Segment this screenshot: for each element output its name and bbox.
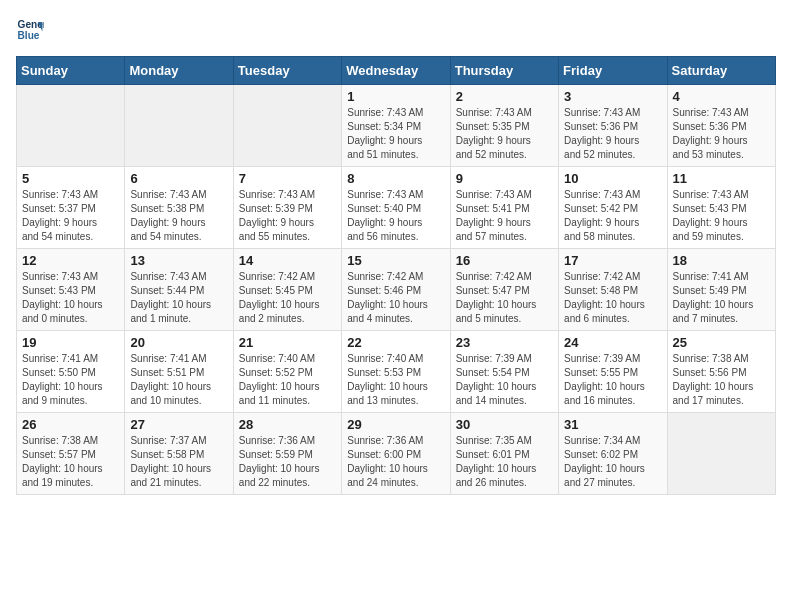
day-number: 11 xyxy=(673,171,770,186)
column-header-monday: Monday xyxy=(125,57,233,85)
day-number: 8 xyxy=(347,171,444,186)
day-detail: Sunrise: 7:41 AM Sunset: 5:49 PM Dayligh… xyxy=(673,270,770,326)
column-header-sunday: Sunday xyxy=(17,57,125,85)
day-cell: 6Sunrise: 7:43 AM Sunset: 5:38 PM Daylig… xyxy=(125,167,233,249)
day-number: 18 xyxy=(673,253,770,268)
day-number: 23 xyxy=(456,335,553,350)
day-cell: 2Sunrise: 7:43 AM Sunset: 5:35 PM Daylig… xyxy=(450,85,558,167)
week-row-2: 5Sunrise: 7:43 AM Sunset: 5:37 PM Daylig… xyxy=(17,167,776,249)
day-cell: 24Sunrise: 7:39 AM Sunset: 5:55 PM Dayli… xyxy=(559,331,667,413)
day-detail: Sunrise: 7:42 AM Sunset: 5:46 PM Dayligh… xyxy=(347,270,444,326)
day-number: 14 xyxy=(239,253,336,268)
day-cell: 20Sunrise: 7:41 AM Sunset: 5:51 PM Dayli… xyxy=(125,331,233,413)
logo: General Blue xyxy=(16,16,44,44)
week-row-5: 26Sunrise: 7:38 AM Sunset: 5:57 PM Dayli… xyxy=(17,413,776,495)
day-cell: 14Sunrise: 7:42 AM Sunset: 5:45 PM Dayli… xyxy=(233,249,341,331)
day-detail: Sunrise: 7:43 AM Sunset: 5:37 PM Dayligh… xyxy=(22,188,119,244)
day-cell: 29Sunrise: 7:36 AM Sunset: 6:00 PM Dayli… xyxy=(342,413,450,495)
day-detail: Sunrise: 7:38 AM Sunset: 5:57 PM Dayligh… xyxy=(22,434,119,490)
day-detail: Sunrise: 7:39 AM Sunset: 5:54 PM Dayligh… xyxy=(456,352,553,408)
day-cell: 17Sunrise: 7:42 AM Sunset: 5:48 PM Dayli… xyxy=(559,249,667,331)
day-cell: 12Sunrise: 7:43 AM Sunset: 5:43 PM Dayli… xyxy=(17,249,125,331)
day-detail: Sunrise: 7:43 AM Sunset: 5:36 PM Dayligh… xyxy=(564,106,661,162)
day-cell: 23Sunrise: 7:39 AM Sunset: 5:54 PM Dayli… xyxy=(450,331,558,413)
day-cell: 10Sunrise: 7:43 AM Sunset: 5:42 PM Dayli… xyxy=(559,167,667,249)
day-cell: 9Sunrise: 7:43 AM Sunset: 5:41 PM Daylig… xyxy=(450,167,558,249)
week-row-4: 19Sunrise: 7:41 AM Sunset: 5:50 PM Dayli… xyxy=(17,331,776,413)
day-detail: Sunrise: 7:41 AM Sunset: 5:51 PM Dayligh… xyxy=(130,352,227,408)
day-number: 3 xyxy=(564,89,661,104)
day-number: 20 xyxy=(130,335,227,350)
day-number: 4 xyxy=(673,89,770,104)
day-cell: 5Sunrise: 7:43 AM Sunset: 5:37 PM Daylig… xyxy=(17,167,125,249)
day-detail: Sunrise: 7:36 AM Sunset: 5:59 PM Dayligh… xyxy=(239,434,336,490)
day-detail: Sunrise: 7:42 AM Sunset: 5:45 PM Dayligh… xyxy=(239,270,336,326)
svg-text:Blue: Blue xyxy=(18,30,40,41)
page-header: General Blue xyxy=(16,16,776,44)
day-number: 30 xyxy=(456,417,553,432)
day-cell: 8Sunrise: 7:43 AM Sunset: 5:40 PM Daylig… xyxy=(342,167,450,249)
day-detail: Sunrise: 7:43 AM Sunset: 5:40 PM Dayligh… xyxy=(347,188,444,244)
day-cell: 7Sunrise: 7:43 AM Sunset: 5:39 PM Daylig… xyxy=(233,167,341,249)
day-detail: Sunrise: 7:36 AM Sunset: 6:00 PM Dayligh… xyxy=(347,434,444,490)
day-detail: Sunrise: 7:34 AM Sunset: 6:02 PM Dayligh… xyxy=(564,434,661,490)
day-detail: Sunrise: 7:40 AM Sunset: 5:53 PM Dayligh… xyxy=(347,352,444,408)
day-cell xyxy=(125,85,233,167)
day-cell: 15Sunrise: 7:42 AM Sunset: 5:46 PM Dayli… xyxy=(342,249,450,331)
day-detail: Sunrise: 7:43 AM Sunset: 5:34 PM Dayligh… xyxy=(347,106,444,162)
day-cell: 31Sunrise: 7:34 AM Sunset: 6:02 PM Dayli… xyxy=(559,413,667,495)
column-header-friday: Friday xyxy=(559,57,667,85)
day-detail: Sunrise: 7:42 AM Sunset: 5:48 PM Dayligh… xyxy=(564,270,661,326)
day-detail: Sunrise: 7:43 AM Sunset: 5:39 PM Dayligh… xyxy=(239,188,336,244)
day-cell xyxy=(17,85,125,167)
day-number: 6 xyxy=(130,171,227,186)
day-detail: Sunrise: 7:43 AM Sunset: 5:43 PM Dayligh… xyxy=(673,188,770,244)
day-detail: Sunrise: 7:39 AM Sunset: 5:55 PM Dayligh… xyxy=(564,352,661,408)
day-detail: Sunrise: 7:43 AM Sunset: 5:43 PM Dayligh… xyxy=(22,270,119,326)
day-detail: Sunrise: 7:43 AM Sunset: 5:41 PM Dayligh… xyxy=(456,188,553,244)
week-row-3: 12Sunrise: 7:43 AM Sunset: 5:43 PM Dayli… xyxy=(17,249,776,331)
day-cell: 11Sunrise: 7:43 AM Sunset: 5:43 PM Dayli… xyxy=(667,167,775,249)
day-cell: 26Sunrise: 7:38 AM Sunset: 5:57 PM Dayli… xyxy=(17,413,125,495)
day-detail: Sunrise: 7:40 AM Sunset: 5:52 PM Dayligh… xyxy=(239,352,336,408)
day-number: 31 xyxy=(564,417,661,432)
day-number: 17 xyxy=(564,253,661,268)
day-number: 1 xyxy=(347,89,444,104)
column-header-tuesday: Tuesday xyxy=(233,57,341,85)
day-cell: 3Sunrise: 7:43 AM Sunset: 5:36 PM Daylig… xyxy=(559,85,667,167)
day-detail: Sunrise: 7:35 AM Sunset: 6:01 PM Dayligh… xyxy=(456,434,553,490)
day-cell: 19Sunrise: 7:41 AM Sunset: 5:50 PM Dayli… xyxy=(17,331,125,413)
day-number: 13 xyxy=(130,253,227,268)
day-number: 21 xyxy=(239,335,336,350)
day-cell: 22Sunrise: 7:40 AM Sunset: 5:53 PM Dayli… xyxy=(342,331,450,413)
day-cell xyxy=(233,85,341,167)
day-cell: 4Sunrise: 7:43 AM Sunset: 5:36 PM Daylig… xyxy=(667,85,775,167)
day-detail: Sunrise: 7:42 AM Sunset: 5:47 PM Dayligh… xyxy=(456,270,553,326)
calendar-table: SundayMondayTuesdayWednesdayThursdayFrid… xyxy=(16,56,776,495)
day-number: 29 xyxy=(347,417,444,432)
day-number: 19 xyxy=(22,335,119,350)
day-detail: Sunrise: 7:43 AM Sunset: 5:36 PM Dayligh… xyxy=(673,106,770,162)
day-cell: 25Sunrise: 7:38 AM Sunset: 5:56 PM Dayli… xyxy=(667,331,775,413)
day-cell: 30Sunrise: 7:35 AM Sunset: 6:01 PM Dayli… xyxy=(450,413,558,495)
day-detail: Sunrise: 7:41 AM Sunset: 5:50 PM Dayligh… xyxy=(22,352,119,408)
column-header-wednesday: Wednesday xyxy=(342,57,450,85)
day-detail: Sunrise: 7:43 AM Sunset: 5:42 PM Dayligh… xyxy=(564,188,661,244)
day-cell: 27Sunrise: 7:37 AM Sunset: 5:58 PM Dayli… xyxy=(125,413,233,495)
day-cell: 16Sunrise: 7:42 AM Sunset: 5:47 PM Dayli… xyxy=(450,249,558,331)
column-header-saturday: Saturday xyxy=(667,57,775,85)
day-cell: 13Sunrise: 7:43 AM Sunset: 5:44 PM Dayli… xyxy=(125,249,233,331)
day-number: 26 xyxy=(22,417,119,432)
day-number: 12 xyxy=(22,253,119,268)
day-cell: 1Sunrise: 7:43 AM Sunset: 5:34 PM Daylig… xyxy=(342,85,450,167)
logo-icon: General Blue xyxy=(16,16,44,44)
day-cell xyxy=(667,413,775,495)
day-number: 25 xyxy=(673,335,770,350)
day-detail: Sunrise: 7:37 AM Sunset: 5:58 PM Dayligh… xyxy=(130,434,227,490)
day-cell: 18Sunrise: 7:41 AM Sunset: 5:49 PM Dayli… xyxy=(667,249,775,331)
day-number: 22 xyxy=(347,335,444,350)
day-detail: Sunrise: 7:38 AM Sunset: 5:56 PM Dayligh… xyxy=(673,352,770,408)
week-row-1: 1Sunrise: 7:43 AM Sunset: 5:34 PM Daylig… xyxy=(17,85,776,167)
day-number: 7 xyxy=(239,171,336,186)
day-number: 15 xyxy=(347,253,444,268)
